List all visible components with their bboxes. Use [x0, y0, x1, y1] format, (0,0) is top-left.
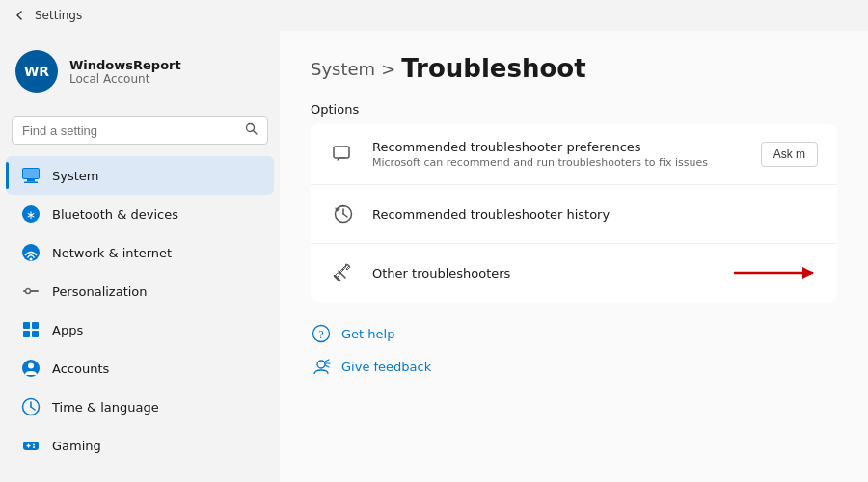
bluetooth-icon: ∗	[21, 204, 41, 224]
option-recommended-prefs-action: Ask m	[761, 142, 818, 167]
give-feedback-item[interactable]: Give feedback	[311, 350, 837, 383]
sidebar-item-personalization[interactable]: Personalization	[6, 272, 274, 310]
sidebar-item-personalization-label: Personalization	[52, 284, 148, 299]
svg-marker-31	[802, 267, 814, 279]
sidebar-item-time[interactable]: Time & language	[6, 388, 274, 426]
sidebar-item-system[interactable]: System	[6, 156, 274, 195]
svg-rect-3	[27, 179, 35, 182]
svg-point-25	[33, 446, 35, 448]
profile-section[interactable]: WR WindowsReport Local Account	[0, 39, 280, 104]
network-icon	[21, 243, 41, 262]
sidebar-item-time-label: Time & language	[52, 400, 159, 415]
search-box[interactable]	[12, 116, 268, 145]
titlebar: Settings	[0, 0, 868, 31]
history-icon	[330, 201, 357, 228]
options-label: Options	[311, 102, 837, 117]
get-help-link[interactable]: Get help	[341, 327, 394, 341]
personalization-icon	[21, 281, 41, 301]
search-icon	[245, 122, 258, 138]
options-card: Recommended troubleshooter preferences M…	[311, 124, 837, 302]
option-other-troubleshooters[interactable]: Other troubleshooters	[311, 244, 837, 302]
svg-point-17	[28, 363, 34, 369]
help-section: ? Get help Give feedback	[311, 317, 837, 383]
svg-line-20	[31, 407, 35, 410]
sidebar: WR WindowsReport Local Account	[0, 31, 280, 482]
sidebar-item-apps[interactable]: Apps	[6, 310, 274, 349]
sidebar-item-system-label: System	[52, 169, 98, 183]
titlebar-title: Settings	[35, 9, 82, 22]
sidebar-item-network[interactable]: Network & internet	[6, 233, 274, 272]
sidebar-item-gaming-label: Gaming	[52, 439, 101, 453]
dialog-icon	[330, 141, 357, 168]
svg-text:∗: ∗	[26, 208, 36, 222]
svg-rect-13	[32, 322, 39, 329]
give-feedback-icon	[311, 356, 332, 377]
sidebar-item-bluetooth[interactable]: ∗ Bluetooth & devices	[6, 195, 274, 233]
svg-rect-14	[23, 331, 30, 337]
time-icon	[21, 397, 41, 416]
svg-rect-4	[24, 182, 38, 184]
get-help-icon: ?	[311, 323, 332, 344]
svg-point-9	[30, 258, 33, 261]
red-arrow-annotation	[725, 259, 822, 286]
breadcrumb: System > Troubleshoot	[311, 54, 837, 83]
breadcrumb-current: Troubleshoot	[401, 54, 585, 83]
svg-line-30	[335, 276, 339, 281]
breadcrumb-separator: >	[381, 59, 395, 79]
profile-subtitle: Local Account	[69, 72, 181, 86]
svg-point-11	[26, 289, 31, 294]
option-recommended-prefs-title: Recommended troubleshooter preferences	[372, 140, 746, 154]
profile-info: WindowsReport Local Account	[69, 58, 181, 86]
option-recommended-prefs-text: Recommended troubleshooter preferences M…	[372, 140, 746, 169]
sidebar-item-gaming[interactable]: Gaming	[6, 426, 274, 465]
option-recommended-prefs-subtitle: Microsoft can recommend and run troubles…	[372, 156, 746, 169]
get-help-item[interactable]: ? Get help	[311, 317, 837, 350]
option-recommended-history-title: Recommended troubleshooter history	[372, 207, 818, 222]
content-area: System > Troubleshoot Options Recommende…	[280, 31, 868, 482]
svg-line-35	[325, 360, 329, 362]
svg-line-37	[325, 365, 329, 367]
sidebar-item-accounts[interactable]: Accounts	[6, 349, 274, 388]
svg-text:?: ?	[318, 328, 323, 341]
system-icon	[21, 166, 41, 185]
option-recommended-prefs[interactable]: Recommended troubleshooter preferences M…	[311, 124, 837, 185]
apps-icon	[21, 320, 41, 339]
gaming-icon	[21, 436, 41, 455]
avatar: WR	[15, 50, 58, 93]
accounts-icon	[21, 359, 41, 378]
search-input[interactable]	[22, 123, 239, 138]
give-feedback-link[interactable]: Give feedback	[341, 360, 431, 374]
sidebar-item-network-label: Network & internet	[52, 246, 172, 260]
option-recommended-history[interactable]: Recommended troubleshooter history	[311, 185, 837, 244]
svg-line-1	[254, 131, 257, 134]
svg-rect-21	[23, 442, 39, 450]
svg-point-24	[33, 444, 35, 446]
sidebar-item-accounts-label: Accounts	[52, 362, 109, 376]
svg-line-29	[343, 214, 347, 217]
back-button[interactable]	[12, 8, 27, 23]
sidebar-item-bluetooth-label: Bluetooth & devices	[52, 207, 178, 222]
sidebar-item-apps-label: Apps	[52, 323, 83, 337]
option-recommended-history-text: Recommended troubleshooter history	[372, 207, 818, 222]
breadcrumb-parent: System	[311, 59, 375, 79]
svg-point-34	[317, 361, 325, 368]
svg-rect-5	[23, 169, 39, 178]
profile-name: WindowsReport	[69, 58, 181, 72]
svg-rect-26	[334, 147, 349, 158]
svg-rect-15	[32, 331, 39, 337]
main-layout: WR WindowsReport Local Account	[0, 31, 868, 482]
svg-rect-12	[23, 322, 30, 329]
wrench-icon	[330, 259, 357, 286]
ask-button[interactable]: Ask m	[761, 142, 818, 167]
